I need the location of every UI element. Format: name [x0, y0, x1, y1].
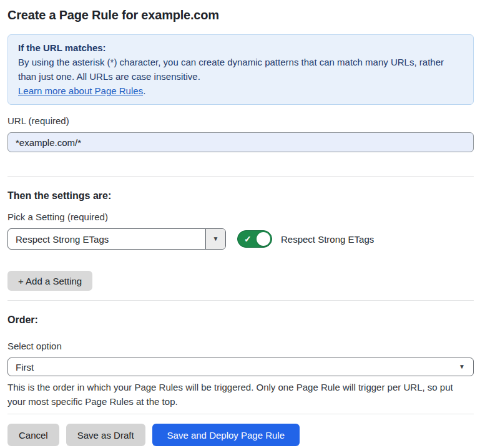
setting-row: Respect Strong ETags ▼ ✓ Respect Strong … — [7, 228, 474, 250]
url-field-label: URL (required) — [7, 115, 474, 127]
order-select-label: Select option — [7, 341, 474, 352]
section-divider — [7, 300, 474, 301]
order-help-text: This is the order in which your Page Rul… — [7, 380, 473, 409]
section-divider — [7, 176, 474, 177]
footer-divider — [7, 414, 474, 414]
save-as-draft-button[interactable]: Save as Draft — [66, 424, 145, 446]
order-section-heading: Order: — [7, 314, 474, 326]
url-input[interactable] — [7, 132, 474, 152]
info-box-link-line: Learn more about Page Rules. — [18, 84, 463, 98]
cancel-button[interactable]: Cancel — [7, 424, 59, 446]
toggle-knob — [257, 232, 270, 246]
add-setting-button[interactable]: + Add a Setting — [7, 271, 92, 291]
setting-select-arrow-button[interactable]: ▼ — [205, 229, 225, 249]
learn-more-link[interactable]: Learn more about Page Rules — [18, 85, 143, 96]
setting-select-value: Respect Strong ETags — [8, 229, 205, 249]
info-box-body: By using the asterisk (*) character, you… — [18, 55, 463, 84]
chevron-down-icon: ▼ — [213, 236, 219, 242]
chevron-down-icon: ▼ — [459, 364, 465, 370]
url-match-info-box: If the URL matches: By using the asteris… — [7, 34, 474, 105]
page-rule-form: Create a Page Rule for example.com If th… — [0, 0, 480, 446]
link-period: . — [143, 85, 145, 96]
footer-actions: Cancel Save as Draft Save and Deploy Pag… — [7, 424, 474, 446]
settings-section-heading: Then the settings are: — [7, 190, 474, 202]
order-select[interactable]: First ▼ — [7, 358, 474, 376]
order-select-value: First — [8, 362, 459, 373]
save-and-deploy-button[interactable]: Save and Deploy Page Rule — [152, 424, 300, 446]
info-box-heading: If the URL matches: — [18, 41, 463, 55]
setting-picker-label: Pick a Setting (required) — [7, 212, 474, 223]
setting-toggle-label: Respect Strong ETags — [281, 234, 374, 245]
setting-select[interactable]: Respect Strong ETags ▼ — [7, 228, 226, 250]
page-title: Create a Page Rule for example.com — [7, 7, 474, 22]
check-icon: ✓ — [244, 234, 252, 244]
setting-toggle[interactable]: ✓ — [237, 230, 272, 248]
